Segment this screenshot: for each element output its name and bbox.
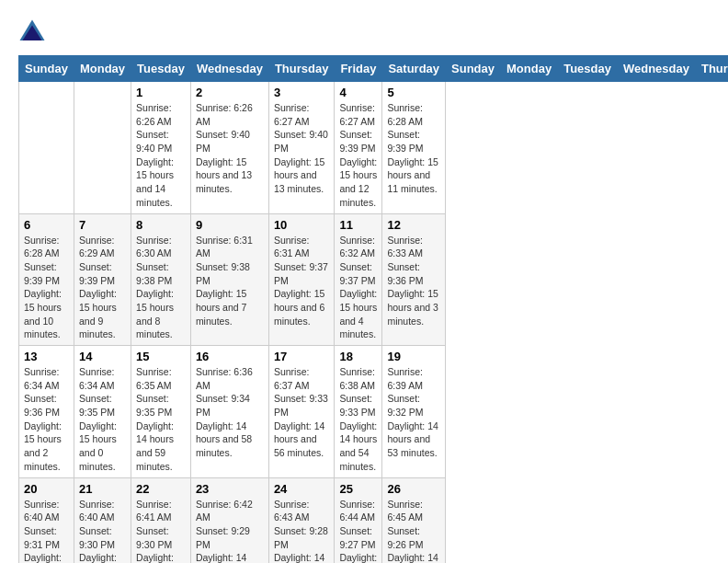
day-info: Sunrise: 6:40 AM Sunset: 9:30 PM Dayligh…: [79, 498, 126, 564]
day-info: Sunrise: 6:38 AM Sunset: 9:33 PM Dayligh…: [339, 365, 377, 474]
weekday-header-monday: Monday: [74, 56, 131, 82]
day-info: Sunrise: 6:28 AM Sunset: 9:39 PM Dayligh…: [387, 101, 440, 196]
calendar-week-3: 13Sunrise: 6:34 AM Sunset: 9:36 PM Dayli…: [19, 346, 729, 478]
day-info: Sunrise: 6:27 AM Sunset: 9:40 PM Dayligh…: [274, 101, 330, 196]
day-info: Sunrise: 6:27 AM Sunset: 9:39 PM Dayligh…: [339, 101, 377, 210]
calendar-cell: 22Sunrise: 6:41 AM Sunset: 9:30 PM Dayli…: [131, 477, 191, 563]
day-info: Sunrise: 6:37 AM Sunset: 9:33 PM Dayligh…: [274, 365, 330, 460]
calendar-cell: 12Sunrise: 6:33 AM Sunset: 9:36 PM Dayli…: [382, 213, 446, 346]
logo: [18, 18, 50, 46]
day-number: 17: [274, 350, 330, 363]
day-info: Sunrise: 6:39 AM Sunset: 9:32 PM Dayligh…: [387, 365, 440, 460]
calendar-week-2: 6Sunrise: 6:28 AM Sunset: 9:39 PM Daylig…: [19, 213, 729, 346]
calendar-cell: 3Sunrise: 6:27 AM Sunset: 9:40 PM Daylig…: [268, 82, 335, 214]
day-info: Sunrise: 6:30 AM Sunset: 9:38 PM Dayligh…: [136, 234, 186, 342]
weekday-header-wednesday: Wednesday: [617, 56, 695, 82]
calendar-cell: 7Sunrise: 6:29 AM Sunset: 9:39 PM Daylig…: [74, 213, 131, 346]
day-number: 26: [387, 482, 440, 496]
weekday-header-monday: Monday: [501, 56, 558, 82]
calendar-cell: 1Sunrise: 6:26 AM Sunset: 9:40 PM Daylig…: [131, 82, 191, 214]
weekday-header-thursday: Thursday: [695, 56, 728, 82]
day-number: 15: [136, 350, 186, 363]
day-number: 18: [339, 350, 377, 363]
calendar-cell: 8Sunrise: 6:30 AM Sunset: 9:38 PM Daylig…: [131, 213, 191, 346]
calendar-cell: [19, 82, 74, 214]
day-number: 12: [387, 218, 440, 232]
day-number: 6: [24, 218, 69, 232]
calendar-cell: 20Sunrise: 6:40 AM Sunset: 9:31 PM Dayli…: [19, 477, 74, 563]
calendar-table: SundayMondayTuesdayWednesdayThursdayFrid…: [18, 55, 728, 563]
calendar-cell: 4Sunrise: 6:27 AM Sunset: 9:39 PM Daylig…: [335, 82, 382, 214]
calendar-cell: 6Sunrise: 6:28 AM Sunset: 9:39 PM Daylig…: [19, 213, 74, 346]
calendar-week-4: 20Sunrise: 6:40 AM Sunset: 9:31 PM Dayli…: [19, 477, 729, 563]
weekday-header-wednesday: Wednesday: [190, 56, 268, 82]
day-info: Sunrise: 6:28 AM Sunset: 9:39 PM Dayligh…: [24, 234, 69, 342]
calendar-cell: 24Sunrise: 6:43 AM Sunset: 9:28 PM Dayli…: [268, 477, 335, 563]
day-info: Sunrise: 6:29 AM Sunset: 9:39 PM Dayligh…: [79, 234, 126, 342]
day-info: Sunrise: 6:26 AM Sunset: 9:40 PM Dayligh…: [136, 101, 186, 210]
day-number: 5: [387, 86, 440, 99]
day-number: 11: [339, 218, 377, 232]
day-info: Sunrise: 6:34 AM Sunset: 9:35 PM Dayligh…: [79, 365, 126, 474]
day-number: 22: [136, 482, 186, 496]
day-info: Sunrise: 6:31 AM Sunset: 9:37 PM Dayligh…: [274, 234, 330, 328]
calendar-cell: 5Sunrise: 6:28 AM Sunset: 9:39 PM Daylig…: [382, 82, 446, 214]
page-header: [18, 18, 710, 46]
calendar-cell: 16Sunrise: 6:36 AM Sunset: 9:34 PM Dayli…: [190, 346, 268, 478]
weekday-header-tuesday: Tuesday: [131, 56, 191, 82]
calendar-cell: 19Sunrise: 6:39 AM Sunset: 9:32 PM Dayli…: [382, 346, 446, 478]
day-number: 23: [196, 482, 264, 496]
day-number: 24: [274, 482, 330, 496]
day-info: Sunrise: 6:44 AM Sunset: 9:27 PM Dayligh…: [339, 498, 377, 564]
day-number: 3: [274, 86, 330, 99]
day-number: 9: [196, 218, 264, 232]
day-info: Sunrise: 6:35 AM Sunset: 9:35 PM Dayligh…: [136, 365, 186, 474]
day-info: Sunrise: 6:40 AM Sunset: 9:31 PM Dayligh…: [24, 498, 69, 564]
day-number: 2: [196, 86, 264, 99]
day-info: Sunrise: 6:41 AM Sunset: 9:30 PM Dayligh…: [136, 498, 186, 564]
day-info: Sunrise: 6:31 AM Sunset: 9:38 PM Dayligh…: [196, 234, 264, 328]
calendar-cell: 9Sunrise: 6:31 AM Sunset: 9:38 PM Daylig…: [190, 213, 268, 346]
day-number: 25: [339, 482, 377, 496]
day-number: 1: [136, 86, 186, 99]
logo-icon: [18, 18, 46, 46]
day-number: 19: [387, 350, 440, 363]
day-number: 4: [339, 86, 377, 99]
day-info: Sunrise: 6:26 AM Sunset: 9:40 PM Dayligh…: [196, 101, 264, 196]
day-info: Sunrise: 6:32 AM Sunset: 9:37 PM Dayligh…: [339, 234, 377, 342]
weekday-header-sunday: Sunday: [446, 56, 501, 82]
day-number: 13: [24, 350, 69, 363]
calendar-cell: 14Sunrise: 6:34 AM Sunset: 9:35 PM Dayli…: [74, 346, 131, 478]
day-info: Sunrise: 6:43 AM Sunset: 9:28 PM Dayligh…: [274, 498, 330, 564]
weekday-header-tuesday: Tuesday: [558, 56, 618, 82]
day-number: 7: [79, 218, 126, 232]
calendar-cell: 10Sunrise: 6:31 AM Sunset: 9:37 PM Dayli…: [268, 213, 335, 346]
calendar-cell: 2Sunrise: 6:26 AM Sunset: 9:40 PM Daylig…: [190, 82, 268, 214]
day-info: Sunrise: 6:33 AM Sunset: 9:36 PM Dayligh…: [387, 234, 440, 328]
calendar-cell: 17Sunrise: 6:37 AM Sunset: 9:33 PM Dayli…: [268, 346, 335, 478]
weekday-header-saturday: Saturday: [382, 56, 446, 82]
day-info: Sunrise: 6:42 AM Sunset: 9:29 PM Dayligh…: [196, 498, 264, 564]
day-number: 20: [24, 482, 69, 496]
weekday-header-sunday: Sunday: [19, 56, 74, 82]
calendar-cell: 26Sunrise: 6:45 AM Sunset: 9:26 PM Dayli…: [382, 477, 446, 563]
day-info: Sunrise: 6:34 AM Sunset: 9:36 PM Dayligh…: [24, 365, 69, 474]
calendar-cell: 23Sunrise: 6:42 AM Sunset: 9:29 PM Dayli…: [190, 477, 268, 563]
calendar-week-1: 1Sunrise: 6:26 AM Sunset: 9:40 PM Daylig…: [19, 82, 729, 214]
calendar-cell: 13Sunrise: 6:34 AM Sunset: 9:36 PM Dayli…: [19, 346, 74, 478]
calendar-cell: 11Sunrise: 6:32 AM Sunset: 9:37 PM Dayli…: [335, 213, 382, 346]
calendar-cell: 18Sunrise: 6:38 AM Sunset: 9:33 PM Dayli…: [335, 346, 382, 478]
day-info: Sunrise: 6:36 AM Sunset: 9:34 PM Dayligh…: [196, 365, 264, 460]
day-number: 14: [79, 350, 126, 363]
day-info: Sunrise: 6:45 AM Sunset: 9:26 PM Dayligh…: [387, 498, 440, 564]
calendar-header-row: SundayMondayTuesdayWednesdayThursdayFrid…: [19, 56, 729, 82]
calendar-cell: [74, 82, 131, 214]
calendar-cell: 15Sunrise: 6:35 AM Sunset: 9:35 PM Dayli…: [131, 346, 191, 478]
day-number: 21: [79, 482, 126, 496]
calendar-cell: 21Sunrise: 6:40 AM Sunset: 9:30 PM Dayli…: [74, 477, 131, 563]
weekday-header-friday: Friday: [335, 56, 382, 82]
day-number: 16: [196, 350, 264, 363]
day-number: 8: [136, 218, 186, 232]
day-number: 10: [274, 218, 330, 232]
weekday-header-thursday: Thursday: [268, 56, 335, 82]
